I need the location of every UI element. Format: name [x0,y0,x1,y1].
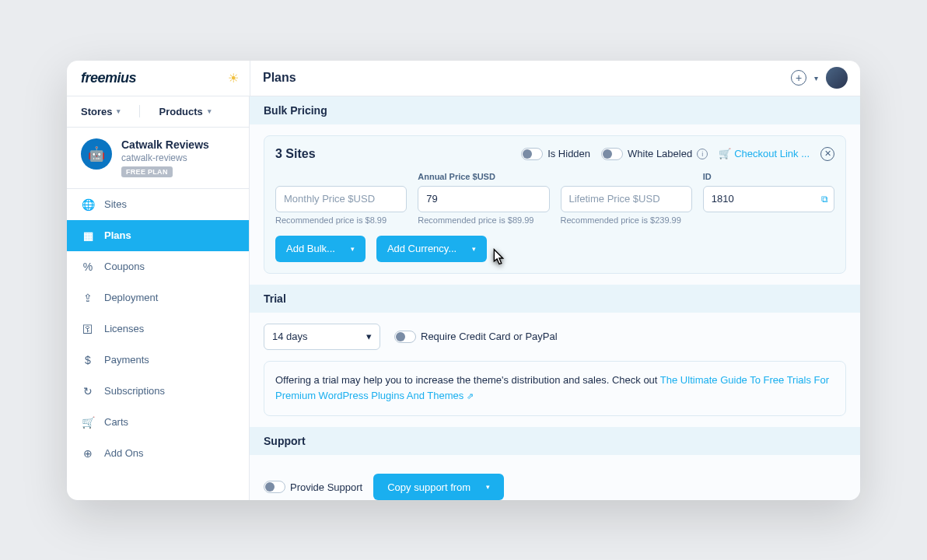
topbar: freemius ☀ Plans + ▾ [67,61,860,96]
tab-stores[interactable]: Stores▾ [81,106,121,117]
provide-support-label: Provide Support [290,481,362,493]
white-labeled-toggle[interactable] [601,148,623,160]
nav-licenses[interactable]: ⚿Licenses [67,313,249,345]
nav: 🌐Sites ▦Plans %Coupons ⇪Deployment ⚿Lice… [67,189,249,500]
external-link-icon: ⇗ [467,391,474,401]
monthly-price-field: Recommended price is $8.99 [275,172,407,225]
nav-coupons[interactable]: %Coupons [67,251,249,282]
cart-icon: 🛒 [81,416,95,429]
subscriptions-icon: ↻ [81,385,95,397]
nav-subscriptions[interactable]: ↻Subscriptions [67,376,249,407]
logo-area: freemius ☀ [67,70,250,86]
white-labeled-label: White Labeled [628,148,692,159]
trial-info-box: Offering a trial may help you to increas… [264,361,846,417]
copy-support-button[interactable]: Copy support from▾ [373,474,504,499]
nav-deployment[interactable]: ⇪Deployment [67,282,249,313]
provide-support-toggle-wrap: Provide Support [264,481,362,493]
annual-label: Annual Price $USD [418,172,549,183]
require-cc-toggle[interactable] [394,331,416,343]
add-button[interactable]: + [791,70,806,86]
tab-products[interactable]: Products▾ [159,106,211,117]
key-icon: ⚿ [81,323,95,335]
close-button[interactable]: ✕ [820,147,834,161]
body: Stores▾ Products▾ 🤖 Catwalk Reviews catw… [67,96,860,500]
annual-price-field: Annual Price $USD Recommended price is $… [418,172,549,225]
caret-icon: ▾ [351,245,355,253]
support-header: Support [250,427,860,455]
provide-support-toggle[interactable] [264,481,285,493]
addons-icon: ⊕ [81,447,95,460]
pricing-title: 3 Sites [275,147,510,161]
id-field-wrap: ID ⧉ [703,172,834,225]
app-window: freemius ☀ Plans + ▾ Stores▾ Products▾ 🤖… [67,61,860,500]
monthly-hint: Recommended price is $8.99 [275,215,407,225]
plan-badge: FREE PLAN [121,166,173,177]
is-hidden-toggle-wrap: Is Hidden [521,148,590,160]
side-tabs: Stores▾ Products▾ [67,96,249,128]
id-input[interactable] [703,186,834,212]
lifetime-price-field: Recommended price is $239.99 [561,172,692,225]
white-labeled-toggle-wrap: White Labeled i [601,148,708,160]
trial-period-select[interactable]: 14 days▾ [264,324,380,350]
payments-icon: $ [81,354,95,366]
caret-icon: ▾ [486,483,490,491]
trial-header: Trial [250,285,860,313]
button-row: Add Bulk...▾ Add Currency...▾ [275,236,834,262]
divider [139,105,140,117]
sidebar: Stores▾ Products▾ 🤖 Catwalk Reviews catw… [67,96,250,500]
product-avatar: 🤖 [81,138,112,170]
globe-icon: 🌐 [81,198,95,211]
deployment-icon: ⇪ [81,292,95,304]
chevron-down-icon[interactable]: ▾ [814,74,818,82]
cart-icon: 🛒 [719,148,731,159]
cursor-indicator [487,247,510,270]
coupon-icon: % [81,261,95,273]
require-cc-label: Require Credit Card or PayPal [421,331,558,342]
price-row: Recommended price is $8.99 Annual Price … [275,172,834,225]
trial-section: 14 days▾ Require Credit Card or PayPal O… [250,313,860,428]
plans-icon: ▦ [81,229,95,242]
brand-logo: freemius [81,70,136,86]
main-content: Bulk Pricing 3 Sites Is Hidden White Lab… [250,96,860,500]
nav-addons[interactable]: ⊕Add Ons [67,438,249,469]
caret-icon: ▾ [472,245,476,253]
is-hidden-label: Is Hidden [547,148,590,159]
nav-plans[interactable]: ▦Plans [67,220,249,251]
pricing-card: 3 Sites Is Hidden White Labeled i 🛒 Chec… [264,135,846,274]
support-section: Provide Support Copy support from▾ [250,455,860,499]
topbar-actions: + ▾ [791,67,860,89]
lifetime-price-input[interactable] [561,186,692,212]
user-avatar[interactable] [826,67,848,89]
page-title: Plans [250,61,791,96]
add-currency-button[interactable]: Add Currency...▾ [376,236,487,262]
pricing-head: 3 Sites Is Hidden White Labeled i 🛒 Chec… [275,147,834,161]
product-box: 🤖 Catwalk Reviews catwalk-reviews FREE P… [67,128,249,189]
nav-payments[interactable]: $Payments [67,345,249,376]
info-icon[interactable]: i [697,149,708,159]
lifetime-hint: Recommended price is $239.99 [561,215,692,225]
monthly-price-input[interactable] [275,186,407,212]
annual-price-input[interactable] [418,186,549,212]
nav-sites[interactable]: 🌐Sites [67,189,249,220]
copy-icon[interactable]: ⧉ [821,194,828,205]
bulk-pricing-header: Bulk Pricing [250,96,860,124]
require-cc-toggle-wrap: Require Credit Card or PayPal [394,331,558,343]
caret-icon: ▾ [366,331,372,342]
support-row: Provide Support Copy support from▾ [264,474,846,499]
id-label: ID [703,172,834,183]
nav-carts[interactable]: 🛒Carts [67,407,249,438]
annual-hint: Recommended price is $89.99 [418,215,549,225]
is-hidden-toggle[interactable] [521,148,543,160]
product-slug: catwalk-reviews [121,152,209,163]
product-name: Catwalk Reviews [121,138,209,151]
theme-toggle-icon[interactable]: ☀ [228,71,239,86]
product-info: Catwalk Reviews catwalk-reviews FREE PLA… [121,138,209,177]
add-bulk-button[interactable]: Add Bulk...▾ [275,236,366,262]
trial-row: 14 days▾ Require Credit Card or PayPal [264,324,846,350]
checkout-link[interactable]: 🛒 Checkout Link ... [719,148,810,159]
